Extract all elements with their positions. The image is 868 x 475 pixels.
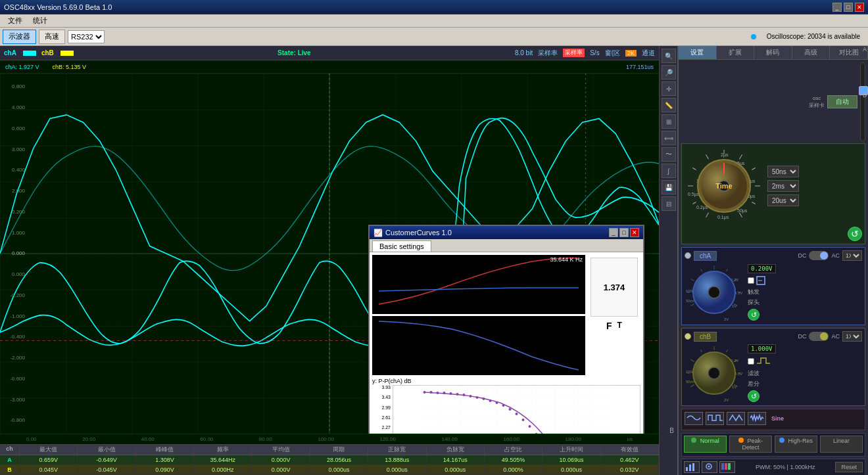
- tab-decode[interactable]: 解码: [754, 46, 792, 59]
- ch-b-invert-check[interactable]: [748, 358, 754, 365]
- zoom-in-btn[interactable]: 🔍: [662, 49, 676, 63]
- popup-content: 35.644 K Hz: [370, 252, 643, 434]
- ch-a-invert-check[interactable]: [748, 277, 754, 284]
- menu-bar: 文件 统计: [0, 14, 868, 28]
- tab-advanced[interactable]: 高级: [792, 46, 831, 59]
- svg-line-88: [701, 350, 702, 351]
- toolbar-port-select[interactable]: RS232: [68, 30, 105, 43]
- customer-curves-popup: 📈 CustomerCurves 1.0 _ □ ✕ Basic setting…: [368, 225, 644, 434]
- time-selects: 50ns 2ms 20us: [767, 166, 799, 206]
- time-reset-btn[interactable]: ↺: [848, 227, 862, 241]
- svg-point-14: [430, 391, 433, 394]
- wfm-noise-btn[interactable]: [748, 412, 766, 425]
- ch-a-tab[interactable]: chA: [4, 49, 16, 57]
- tab-extend[interactable]: 扩展: [717, 46, 755, 59]
- ch-a-toggle[interactable]: chA: [694, 251, 717, 261]
- ch-a-led: [685, 252, 691, 259]
- auto-button[interactable]: 自动: [827, 95, 857, 108]
- reset-button[interactable]: Reset: [835, 462, 863, 472]
- sample-rate-value: 采样率: [563, 49, 585, 57]
- channel-a-panel: chA DC AC 1X: [681, 247, 865, 325]
- time-select-main[interactable]: 50ns: [767, 166, 799, 177]
- ch-b-indicator: [60, 51, 74, 56]
- layout-btn[interactable]: ⊟: [662, 196, 676, 211]
- pwm-action-row: PWM: 50% | 1.000kHz Reset: [681, 459, 865, 475]
- minimize-btn[interactable]: _: [832, 3, 842, 12]
- fit-btn[interactable]: ⟺: [662, 131, 676, 145]
- ch-b-probe-select[interactable]: 1X: [842, 331, 862, 342]
- bar-chart-btn[interactable]: [684, 461, 700, 473]
- ch-a-reset-btn[interactable]: ↺: [748, 309, 760, 321]
- fft-btn[interactable]: ∫: [662, 164, 676, 178]
- ch-b-led: [685, 333, 691, 340]
- popup-tabs: Basic settings: [370, 239, 643, 252]
- waveform-area[interactable]: 0.800 4.000 0.600 3.000 0.400 2.000 0.20…: [0, 74, 659, 434]
- noise-wave-icon: [749, 413, 765, 424]
- menu-file[interactable]: 文件: [3, 14, 28, 27]
- popup-restore[interactable]: □: [619, 228, 629, 237]
- cursor-btn[interactable]: ✛: [662, 81, 676, 96]
- ch-b-dc-ac-toggle[interactable]: [809, 332, 829, 341]
- svg-line-44: [692, 202, 696, 204]
- save-btn[interactable]: 💾: [662, 180, 676, 194]
- ch-b-invert-label[interactable]: [748, 355, 776, 367]
- svg-text:2V: 2V: [724, 317, 729, 321]
- ch-a-knob-container[interactable]: 100mV 50mV 2V 1V 0.5V 0.2V: [685, 263, 744, 322]
- right-panel-tabs: 设置 扩展 解码 高级 对比图: [679, 46, 868, 60]
- svg-line-43: [706, 213, 709, 217]
- time-select-20us[interactable]: 20us: [767, 194, 799, 206]
- zoom-out-btn[interactable]: 🔎: [662, 65, 676, 79]
- ch-b-reset-btn[interactable]: ↺: [748, 390, 760, 402]
- popup-close[interactable]: ✕: [630, 228, 639, 237]
- close-btn[interactable]: ✕: [855, 3, 864, 12]
- mode-normal[interactable]: Normal: [684, 436, 727, 453]
- measure-btn[interactable]: 📏: [662, 98, 676, 112]
- popup-titlebar: 📈 CustomerCurves 1.0 _ □ ✕: [370, 226, 643, 239]
- popup-tab-basic[interactable]: Basic settings: [372, 240, 431, 252]
- tab-settings[interactable]: 设置: [679, 46, 717, 59]
- svg-line-90: [727, 350, 728, 351]
- wave-btn[interactable]: 〜: [662, 147, 676, 162]
- time-select-2ms[interactable]: 2ms: [767, 180, 799, 192]
- toolbar-highspeed[interactable]: 高速: [39, 30, 65, 44]
- gear-settings-icon: [702, 462, 717, 472]
- svg-rect-103: [689, 464, 691, 471]
- ch-a-scale-value: 0.200V: [748, 264, 776, 273]
- popup-minimize[interactable]: _: [609, 228, 618, 237]
- wfm-square-btn[interactable]: [706, 412, 724, 425]
- ch-a-probe-select[interactable]: 1X: [842, 250, 862, 261]
- ch-values-bar: chA: 1.927 V chB: 5.135 V 177.151us: [0, 60, 659, 74]
- color-palette-btn[interactable]: [719, 461, 735, 473]
- restore-btn[interactable]: □: [844, 3, 853, 12]
- ch-a-reset-icon: ↺: [751, 311, 757, 319]
- channel-b-panel: chB DC AC 1X: [681, 328, 865, 406]
- mode-peak[interactable]: Peak-Detect: [729, 436, 772, 453]
- ch-a-invert-label[interactable]: [748, 275, 776, 286]
- wfm-triangle-btn[interactable]: [727, 412, 745, 425]
- svg-point-25: [502, 404, 505, 407]
- mode-linear[interactable]: Linear: [820, 436, 863, 453]
- toolbar-oscilloscope[interactable]: 示波器: [3, 30, 36, 44]
- grid-btn[interactable]: ⊞: [662, 114, 676, 129]
- trigger-shape-icon: [756, 275, 775, 286]
- channel-label: 通道: [642, 49, 655, 58]
- amp-chart: [372, 316, 585, 375]
- stats-row-a: A 0.659V -0.649V 1.308V 35.644Hz 0.000V …: [0, 455, 659, 465]
- waveform-gen-section: Sine B: [681, 409, 865, 430]
- svg-point-29: [529, 425, 531, 428]
- ch-b-toggle[interactable]: chB: [694, 332, 717, 342]
- ch-b-tab[interactable]: chB: [41, 49, 54, 57]
- right-label-b: B: [863, 92, 867, 99]
- popup-icon: 📈: [374, 229, 383, 237]
- gear-settings-btn[interactable]: [702, 461, 717, 473]
- menu-stats[interactable]: 统计: [28, 14, 53, 27]
- ch-a-dc-ac-toggle[interactable]: [809, 251, 829, 260]
- time-knob-container[interactable]: 1μs 0.5μs 0.2μs 0.1μs 50μs 20μs 10μs 5μs…: [685, 147, 763, 225]
- svg-point-66: [719, 181, 729, 191]
- mode-hires[interactable]: High-Res: [775, 436, 817, 453]
- sampling-mode-section: Normal Peak-Detect High-Res Linear: [681, 433, 865, 457]
- ch-b-knob-container[interactable]: 100mV 50mV 2V 1V 0.5V 0.2V: [685, 344, 744, 403]
- wfm-sine-btn[interactable]: [685, 412, 703, 425]
- amp-chart-svg: [372, 316, 585, 375]
- state-label: State: Live: [79, 49, 510, 57]
